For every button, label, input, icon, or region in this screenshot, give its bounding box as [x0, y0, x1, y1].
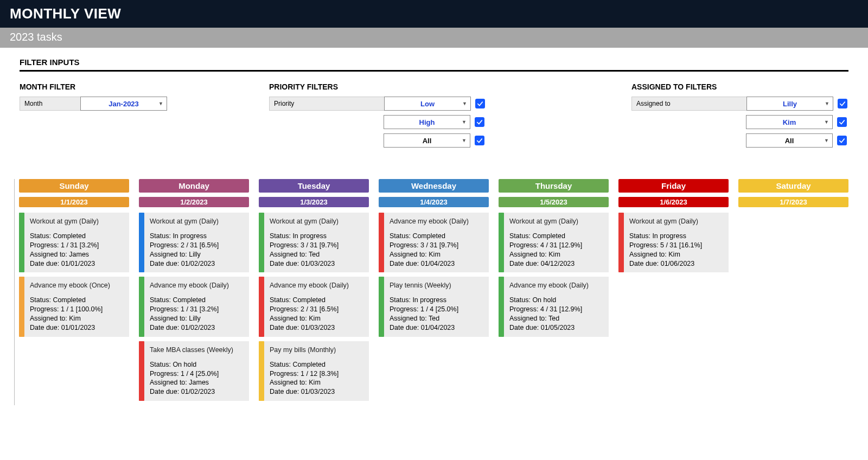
task-due: Date due: 01/02/2023 [150, 323, 244, 333]
task-due: Date due: 01/03/2023 [270, 259, 363, 269]
filter-checkbox[interactable] [475, 117, 484, 127]
caret-down-icon: ▼ [824, 138, 829, 143]
task-card[interactable]: Advance my ebook (Daily)Status: Complete… [259, 277, 369, 336]
task-progress: Progress: 1 / 4 [25.0%] [150, 369, 244, 379]
task-progress: Progress: 3 / 31 [9.7%] [390, 241, 483, 250]
task-card[interactable]: Workout at gym (Daily)Status: CompletedP… [19, 213, 129, 272]
task-assigned: Assigned to: Kim [509, 250, 603, 259]
task-card[interactable]: Workout at gym (Daily)Status: In progres… [259, 213, 369, 272]
task-assigned: Assigned to: Lilly [150, 250, 244, 259]
task-progress: Progress: 1 / 4 [25.0%] [390, 305, 483, 314]
day-column: Sunday1/1/2023Workout at gym (Daily)Stat… [19, 179, 129, 405]
task-body: Advance my ebook (Daily)Status: Complete… [384, 213, 489, 272]
task-assigned: Assigned to: Kim [270, 378, 363, 387]
task-card[interactable]: Advance my ebook (Daily)Status: On holdP… [499, 277, 609, 336]
day-date: 1/2/2023 [139, 197, 249, 207]
task-due: Date due: 01/04/2023 [390, 259, 483, 269]
task-status: Status: On hold [150, 360, 244, 369]
filter-checkbox[interactable] [837, 136, 847, 145]
task-progress: Progress: 5 / 31 [16.1%] [629, 241, 723, 250]
task-card[interactable]: Pay my bills (Monthly)Status: CompletedP… [259, 341, 369, 401]
filter-spacer [631, 138, 746, 143]
filter-checkbox[interactable] [838, 99, 847, 108]
task-due: Date due: 01/01/2023 [30, 323, 124, 333]
task-status: Status: Completed [30, 296, 124, 305]
task-body: Workout at gym (Daily)Status: In progres… [144, 213, 249, 272]
month-dropdown[interactable]: Jan-2023 ▼ [80, 97, 167, 111]
day-header: Saturday [738, 179, 848, 193]
status-stripe [499, 277, 504, 336]
priority-dropdown[interactable]: High▼ [384, 115, 470, 129]
filter-checkbox[interactable] [475, 136, 484, 145]
task-due: Date due: 01/02/2023 [150, 387, 244, 397]
task-assigned: Assigned to: Kim [30, 314, 124, 323]
task-title: Advance my ebook (Daily) [270, 281, 363, 290]
day-header: Thursday [499, 179, 609, 193]
task-status: Status: Completed [509, 232, 603, 241]
task-status: Status: On hold [509, 296, 603, 305]
assigned-filter-group: ASSIGNED TO FILTERS Assigned toLilly▼Kim… [631, 82, 848, 152]
task-progress: Progress: 3 / 31 [9.7%] [270, 241, 363, 250]
task-body: Workout at gym (Daily)Status: CompletedP… [504, 213, 609, 272]
task-title: Advance my ebook (Daily) [509, 281, 603, 290]
task-status: Status: In progress [629, 232, 723, 241]
task-body: Play tennis (Weekly)Status: In progressP… [384, 277, 489, 336]
day-column: Thursday1/5/2023Workout at gym (Daily)St… [499, 179, 609, 405]
task-due: Date due: 01/02/2023 [150, 259, 244, 269]
task-assigned: Assigned to: James [150, 378, 244, 387]
status-stripe [19, 277, 24, 336]
task-card[interactable]: Workout at gym (Daily)Status: In progres… [618, 213, 729, 272]
caret-down-icon: ▼ [824, 119, 829, 125]
filter-spacer [269, 119, 384, 125]
task-progress: Progress: 4 / 31 [12.9%] [509, 241, 603, 250]
task-due: Date due: 04/12/2023 [509, 259, 603, 269]
day-column: Friday1/6/2023Workout at gym (Daily)Stat… [618, 179, 729, 405]
task-body: Advance my ebook (Daily)Status: Complete… [264, 277, 369, 336]
task-status: Status: In progress [150, 232, 244, 241]
task-body: Workout at gym (Daily)Status: CompletedP… [24, 213, 129, 272]
day-column: Monday1/2/2023Workout at gym (Daily)Stat… [139, 179, 249, 405]
task-card[interactable]: Advance my ebook (Once)Status: Completed… [19, 277, 129, 336]
task-progress: Progress: 1 / 12 [8.3%] [270, 369, 363, 379]
task-assigned: Assigned to: James [30, 250, 124, 259]
status-stripe [19, 213, 24, 272]
day-date: 1/6/2023 [618, 197, 729, 207]
task-title: Advance my ebook (Daily) [390, 217, 483, 226]
filter-checkbox[interactable] [837, 117, 847, 127]
month-dropdown-value: Jan-2023 [108, 100, 139, 108]
priority-dropdown[interactable]: Low▼ [384, 97, 471, 111]
caret-down-icon: ▼ [462, 119, 467, 125]
page-title: MONTHLY VIEW [0, 0, 868, 28]
task-card[interactable]: Advance my ebook (Daily)Status: Complete… [139, 277, 249, 336]
status-stripe [259, 213, 264, 272]
status-stripe [618, 213, 624, 272]
caret-down-icon: ▼ [825, 101, 829, 106]
task-card[interactable]: Take MBA classes (Weekly)Status: On hold… [139, 341, 249, 401]
task-body: Take MBA classes (Weekly)Status: On hold… [144, 341, 249, 401]
day-column: Tuesday1/3/2023Workout at gym (Daily)Sta… [259, 179, 369, 405]
day-column: Wednesday1/4/2023Advance my ebook (Daily… [379, 179, 489, 405]
task-card[interactable]: Workout at gym (Daily)Status: In progres… [139, 213, 249, 272]
day-date: 1/1/2023 [19, 197, 129, 207]
dropdown-value: All [785, 137, 794, 145]
filter-checkbox[interactable] [475, 99, 485, 108]
assigned-filter-heading: ASSIGNED TO FILTERS [631, 82, 848, 91]
dropdown-value: Kim [783, 118, 796, 126]
assigned-dropdown[interactable]: Lilly▼ [746, 97, 833, 111]
assigned-filter-label: Assigned to [631, 97, 746, 111]
priority-filter-label: Priority [269, 97, 384, 111]
status-stripe [259, 277, 264, 336]
task-title: Workout at gym (Daily) [509, 217, 603, 226]
week-row: Sunday1/1/2023Workout at gym (Daily)Stat… [14, 179, 848, 405]
task-card[interactable]: Workout at gym (Daily)Status: CompletedP… [499, 213, 609, 272]
assigned-dropdown[interactable]: All▼ [746, 133, 833, 148]
task-card[interactable]: Play tennis (Weekly)Status: In progressP… [379, 277, 489, 336]
task-card[interactable]: Advance my ebook (Daily)Status: Complete… [379, 213, 489, 272]
task-due: Date due: 01/06/2023 [629, 259, 723, 269]
task-due: Date due: 01/03/2023 [270, 387, 363, 397]
dropdown-value: High [419, 118, 435, 126]
dropdown-value: Low [420, 100, 435, 108]
priority-dropdown[interactable]: All▼ [384, 133, 470, 148]
assigned-dropdown[interactable]: Kim▼ [746, 115, 833, 129]
day-header: Wednesday [379, 179, 489, 193]
